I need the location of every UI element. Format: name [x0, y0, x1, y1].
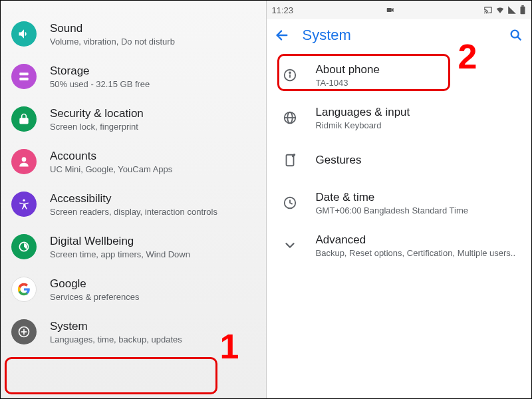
status-time: 11:23	[272, 5, 294, 15]
system-row-gestures[interactable]: Gestures	[267, 139, 532, 182]
sound-icon	[11, 21, 37, 47]
system-row-languages[interactable]: Languages & input Ridmik Keyboard	[267, 96, 532, 139]
system-list: About phone TA-1043 Languages & input Ri…	[267, 51, 532, 267]
row-subtitle: Volume, vibration, Do not disturb	[50, 37, 255, 47]
info-icon	[277, 63, 303, 88]
system-header: System	[267, 19, 532, 51]
accounts-icon	[11, 149, 37, 174]
row-title: Accessibility	[50, 192, 255, 205]
settings-row-sound[interactable]: Sound Volume, vibration, Do not disturb	[1, 13, 266, 55]
system-pane: 11:23 System	[267, 1, 532, 398]
system-row-datetime[interactable]: Date & time GMT+06:00 Bangladesh Standar…	[267, 182, 532, 224]
row-subtitle: 50% used - 32.15 GB free	[50, 79, 255, 89]
row-title: Google	[50, 277, 255, 291]
wifi-icon	[495, 5, 505, 15]
globe-icon	[277, 105, 303, 130]
cast-icon	[483, 5, 493, 15]
svg-point-16	[289, 72, 291, 73]
search-button[interactable]	[509, 28, 523, 43]
accessibility-icon	[11, 192, 37, 217]
settings-row-system[interactable]: System Languages, time, backup, updates	[1, 311, 266, 353]
system-row-about-phone[interactable]: About phone TA-1043	[267, 54, 532, 96]
settings-list-pane: Sound Volume, vibration, Do not disturb …	[1, 1, 267, 398]
settings-row-wellbeing[interactable]: Digital Wellbeing Screen time, app timer…	[1, 225, 266, 268]
svg-rect-9	[520, 7, 525, 14]
status-bar: 11:23	[267, 1, 532, 19]
settings-row-accessibility[interactable]: Accessibility Screen readers, display, i…	[1, 183, 266, 225]
svg-rect-10	[521, 5, 524, 7]
row-title: Accounts	[50, 150, 255, 163]
svg-rect-0	[19, 72, 28, 75]
svg-line-13	[517, 37, 521, 40]
battery-icon	[519, 5, 526, 15]
svg-point-2	[22, 157, 27, 162]
back-button[interactable]	[275, 28, 289, 43]
svg-rect-1	[19, 78, 28, 80]
settings-list: Sound Volume, vibration, Do not disturb …	[1, 1, 266, 353]
row-title: System	[50, 320, 255, 333]
row-subtitle: Screen time, app timers, Wind Down	[50, 249, 255, 259]
row-title: Advanced	[316, 233, 521, 247]
row-title: Date & time	[316, 191, 521, 204]
gestures-icon	[277, 148, 303, 173]
settings-row-google[interactable]: Google Services & preferences	[1, 268, 266, 311]
settings-row-security[interactable]: Security & location Screen lock, fingerp…	[1, 98, 266, 140]
svg-point-12	[511, 31, 519, 38]
annotation-box-1	[5, 357, 217, 394]
header-title: System	[303, 27, 351, 44]
row-title: Sound	[50, 22, 255, 35]
settings-row-accounts[interactable]: Accounts UC Mini, Google, YouCam Apps	[1, 140, 266, 183]
row-title: Security & location	[50, 107, 255, 120]
row-subtitle: GMT+06:00 Bangladesh Standard Time	[316, 205, 521, 215]
svg-rect-8	[387, 8, 392, 12]
row-title: Languages & input	[316, 106, 521, 119]
row-subtitle: UC Mini, Google, YouCam Apps	[50, 164, 255, 174]
settings-row-storage[interactable]: Storage 50% used - 32.15 GB free	[1, 55, 266, 98]
system-icon	[11, 319, 37, 344]
row-title: Gestures	[316, 154, 521, 167]
lock-icon	[11, 106, 37, 132]
svg-point-3	[23, 200, 25, 201]
row-subtitle: Screen lock, fingerprint	[50, 122, 255, 132]
camera-icon	[386, 5, 395, 15]
clock-icon	[277, 190, 303, 215]
svg-point-22	[293, 154, 295, 156]
system-row-advanced[interactable]: Advanced Backup, Reset options, Certific…	[267, 224, 532, 267]
row-subtitle: Services & preferences	[50, 292, 255, 302]
row-title: Digital Wellbeing	[50, 235, 255, 248]
google-icon	[11, 277, 37, 302]
signal-icon	[507, 5, 517, 15]
row-subtitle: Ridmik Keyboard	[316, 120, 521, 130]
row-subtitle: Languages, time, backup, updates	[50, 334, 255, 344]
wellbeing-icon	[11, 234, 37, 259]
storage-icon	[11, 64, 37, 89]
row-title: About phone	[316, 63, 521, 76]
row-subtitle: Screen readers, display, interaction con…	[50, 207, 255, 217]
row-subtitle: TA-1043	[316, 78, 521, 88]
expand-icon	[277, 233, 303, 258]
row-title: Storage	[50, 65, 255, 78]
row-subtitle: Backup, Reset options, Certification, Mu…	[316, 248, 521, 258]
